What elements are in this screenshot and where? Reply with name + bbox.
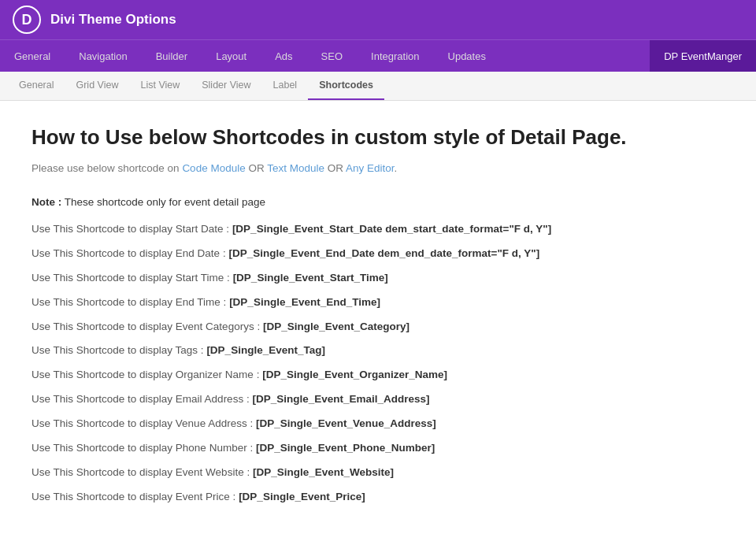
tab-shortcodes[interactable]: Shortcodes: [308, 72, 384, 100]
shortcode-code: [DP_Single_Event_End_Date dem_end_date_f…: [228, 247, 539, 259]
shortcode-code: [DP_Single_Event_Start_Date dem_start_da…: [232, 223, 551, 235]
shortcode-prefix: Use This Shortcode to display End Time :: [32, 296, 229, 308]
shortcode-code: [DP_Single_Event_Start_Time]: [233, 272, 388, 284]
shortcode-prefix: Use This Shortcode to display Phone Numb…: [32, 442, 256, 454]
intro-or1: OR: [246, 162, 268, 174]
page-title: How to Use below Shortcodes in custom st…: [32, 124, 724, 151]
nav-builder[interactable]: Builder: [142, 40, 202, 72]
shortcode-code: [DP_Single_Event_Price]: [239, 491, 365, 502]
shortcode-line: Use This Shortcode to display Start Date…: [32, 221, 724, 239]
tab-label[interactable]: Label: [262, 72, 309, 100]
content-area: How to Use below Shortcodes in custom st…: [0, 101, 756, 544]
intro-link-editor[interactable]: Any Editor: [346, 162, 395, 174]
logo: D: [13, 6, 41, 34]
nav-navigation[interactable]: Navigation: [65, 40, 141, 72]
shortcode-line: Use This Shortcode to display Tags : [DP…: [32, 342, 724, 360]
shortcode-prefix: Use This Shortcode to display Start Time…: [32, 272, 233, 284]
tab-grid-view[interactable]: Grid View: [65, 72, 129, 100]
tab-slider-view[interactable]: Slider View: [191, 72, 261, 100]
shortcode-line: Use This Shortcode to display Phone Numb…: [32, 439, 724, 458]
intro-text: Please use below shortcode on Code Modul…: [32, 162, 724, 174]
secondary-nav: General Grid View List View Slider View …: [0, 72, 756, 101]
tab-general[interactable]: General: [8, 72, 65, 100]
shortcode-line: Use This Shortcode to display Venue Addr…: [32, 415, 724, 433]
shortcode-prefix: Use This Shortcode to display Organizer …: [32, 369, 262, 380]
shortcode-list: Use This Shortcode to display Start Date…: [32, 221, 724, 506]
shortcode-line: Use This Shortcode to display Event Cate…: [32, 318, 724, 336]
shortcode-line: Use This Shortcode to display Start Time…: [32, 269, 724, 287]
note-label: Note :: [32, 196, 61, 208]
shortcode-prefix: Use This Shortcode to display Event Cate…: [32, 321, 263, 332]
nav-updates[interactable]: Updates: [434, 40, 500, 72]
shortcode-line: Use This Shortcode to display Organizer …: [32, 366, 724, 384]
shortcode-code: [DP_Single_Event_Tag]: [206, 344, 325, 356]
shortcode-code: [DP_Single_Event_End_Time]: [229, 296, 380, 308]
shortcode-code: [DP_Single_Event_Website]: [253, 466, 394, 478]
nav-general[interactable]: General: [0, 40, 65, 72]
shortcode-line: Use This Shortcode to display End Time :…: [32, 294, 724, 312]
intro-or2: OR: [324, 162, 346, 174]
tab-list-view[interactable]: List View: [129, 72, 191, 100]
note-text-content: These shortcode only for event detail pa…: [65, 196, 265, 208]
shortcode-code: [DP_Single_Event_Phone_Number]: [256, 442, 435, 454]
shortcode-prefix: Use This Shortcode to display Tags :: [32, 344, 206, 356]
intro-period: .: [395, 162, 398, 174]
header-title: Divi Theme Options: [50, 12, 176, 28]
shortcode-code: [DP_Single_Event_Email_Address]: [252, 393, 429, 405]
shortcode-prefix: Use This Shortcode to display Start Date…: [32, 223, 232, 235]
nav-seo[interactable]: SEO: [307, 40, 357, 72]
shortcode-line: Use This Shortcode to display Event Pric…: [32, 488, 724, 506]
intro-link-code[interactable]: Code Module: [182, 162, 245, 174]
shortcode-line: Use This Shortcode to display Event Webs…: [32, 464, 724, 482]
note-paragraph: Note : These shortcode only for event de…: [32, 196, 724, 208]
shortcode-line: Use This Shortcode to display End Date :…: [32, 245, 724, 263]
shortcode-code: [DP_Single_Event_Organizer_Name]: [262, 369, 447, 380]
shortcode-prefix: Use This Shortcode to display Event Pric…: [32, 491, 239, 502]
shortcode-prefix: Use This Shortcode to display Event Webs…: [32, 466, 253, 478]
shortcode-prefix: Use This Shortcode to display Venue Addr…: [32, 417, 256, 429]
intro-prefix: Please use below shortcode on: [32, 162, 182, 174]
primary-nav: General Navigation Builder Layout Ads SE…: [0, 39, 756, 72]
logo-letter: D: [22, 12, 32, 28]
nav-layout[interactable]: Layout: [202, 40, 261, 72]
shortcode-code: [DP_Single_Event_Venue_Address]: [256, 417, 436, 429]
nav-dp-eventmanger[interactable]: DP EventManger: [650, 40, 756, 72]
shortcode-line: Use This Shortcode to display Email Addr…: [32, 391, 724, 409]
shortcode-prefix: Use This Shortcode to display End Date :: [32, 247, 228, 259]
nav-ads[interactable]: Ads: [261, 40, 306, 72]
header: D Divi Theme Options: [0, 0, 756, 39]
shortcode-prefix: Use This Shortcode to display Email Addr…: [32, 393, 252, 405]
shortcode-code: [DP_Single_Event_Category]: [263, 321, 410, 332]
nav-integration[interactable]: Integration: [357, 40, 433, 72]
intro-link-text[interactable]: Text Module: [267, 162, 324, 174]
